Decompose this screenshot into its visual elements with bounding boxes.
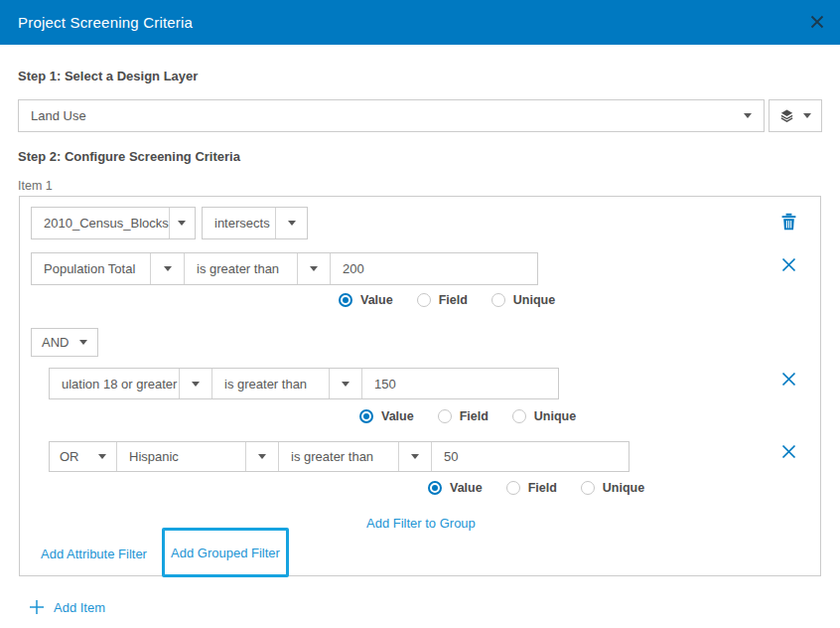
dialog-header: Project Screening Criteria	[0, 0, 840, 45]
filter2-row: ulation 18 or greater is greater than	[49, 368, 559, 399]
plus-icon	[29, 599, 45, 615]
radio-unique-label: Unique	[513, 293, 555, 307]
radio-field[interactable]	[438, 409, 452, 423]
filter2-field-caret[interactable]	[179, 369, 211, 398]
remove-filter3-button[interactable]	[781, 444, 796, 459]
item-1-label: Item 1	[18, 179, 53, 193]
filter3-logic-value: OR	[60, 449, 79, 464]
radio-value-label: Value	[381, 409, 414, 423]
filter3-mode-radios: Value Field Unique	[428, 481, 668, 495]
chevron-down-icon	[79, 340, 87, 345]
item-1-panel: 2010_Census_Blocks intersects Population…	[19, 196, 821, 576]
x-icon	[781, 260, 796, 275]
close-icon[interactable]	[809, 14, 825, 30]
add-attribute-filter-link[interactable]: Add Attribute Filter	[41, 547, 147, 561]
x-icon	[781, 447, 796, 462]
chevron-down-icon	[258, 454, 266, 459]
chevron-down-icon	[288, 221, 296, 226]
dialog-title: Project Screening Criteria	[18, 0, 193, 45]
filter3-logic-select[interactable]: OR	[50, 442, 116, 471]
radio-value-selected[interactable]	[359, 409, 373, 423]
radio-value-selected[interactable]	[428, 481, 442, 495]
radio-unique[interactable]	[491, 293, 505, 307]
filter1-operator-caret[interactable]	[297, 253, 330, 284]
radio-field[interactable]	[417, 293, 431, 307]
filter2-operator-select[interactable]: is greater than	[211, 369, 329, 398]
filter3-field-select[interactable]: Hispanic	[116, 442, 245, 471]
chevron-down-icon	[411, 454, 419, 459]
project-screening-criteria-dialog: Project Screening Criteria Step 1: Selec…	[0, 0, 840, 628]
chevron-down-icon	[164, 266, 172, 271]
layer-list-button[interactable]	[769, 99, 822, 132]
filter2-mode-radios: Value Field Unique	[359, 409, 600, 423]
radio-value-label: Value	[450, 481, 483, 495]
chevron-down-icon	[98, 454, 106, 459]
filter3-value-input[interactable]	[432, 449, 629, 464]
design-layer-select[interactable]: Land Use	[18, 99, 765, 132]
group-operator-select[interactable]: AND	[31, 328, 98, 357]
radio-unique-label: Unique	[534, 409, 576, 423]
filter1-operator-select[interactable]: is greater than	[184, 253, 297, 284]
spatial-relationship-value: intersects	[203, 208, 275, 238]
radio-unique[interactable]	[512, 409, 526, 423]
remove-filter1-button[interactable]	[781, 257, 796, 272]
chevron-down-icon	[178, 221, 186, 226]
filter3-row: OR Hispanic is greater than	[49, 441, 630, 472]
radio-field-label: Field	[460, 409, 489, 423]
radio-unique[interactable]	[581, 481, 595, 495]
layers-icon	[779, 108, 794, 123]
filter3-field-caret[interactable]	[245, 442, 278, 471]
delete-item-button[interactable]	[780, 213, 797, 231]
chevron-down-icon	[803, 113, 811, 118]
x-icon	[781, 375, 796, 390]
filter2-operator-caret[interactable]	[329, 369, 361, 398]
chevron-down-icon	[192, 382, 200, 387]
filter2-value-input[interactable]	[362, 377, 558, 392]
group-operator-value: AND	[42, 335, 69, 350]
target-layer-select[interactable]: 2010_Census_Blocks	[31, 207, 196, 239]
add-item-label: Add Item	[54, 600, 105, 615]
filter1-field-caret[interactable]	[150, 253, 184, 284]
filter1-mode-radios: Value Field Unique	[339, 293, 579, 307]
radio-value-label: Value	[360, 293, 393, 307]
radio-value-selected[interactable]	[339, 293, 352, 307]
filter2-field-select[interactable]: ulation 18 or greater	[50, 369, 179, 398]
add-grouped-filter-link[interactable]: Add Grouped Filter	[171, 546, 280, 560]
filter3-operator-caret[interactable]	[398, 442, 431, 471]
spatial-relationship-select[interactable]: intersects	[202, 207, 308, 239]
chevron-down-icon	[342, 382, 350, 387]
add-item-button[interactable]: Add Item	[29, 599, 105, 615]
add-grouped-filter-highlight: Add Grouped Filter	[162, 528, 289, 577]
design-layer-value: Land Use	[31, 108, 86, 123]
add-filter-to-group-link[interactable]: Add Filter to Group	[366, 516, 476, 531]
chevron-down-icon	[310, 266, 318, 271]
chevron-down-icon	[744, 113, 752, 118]
radio-field-label: Field	[528, 481, 557, 495]
remove-filter2-button[interactable]	[781, 372, 796, 387]
filter1-field-select[interactable]: Population Total	[32, 253, 150, 284]
step2-label: Step 2: Configure Screening Criteria	[18, 149, 240, 164]
radio-unique-label: Unique	[603, 481, 644, 495]
trash-icon	[780, 219, 797, 234]
radio-field-label: Field	[439, 293, 468, 307]
filter1-row: Population Total is greater than	[31, 252, 538, 285]
filter1-value-input[interactable]	[331, 261, 537, 276]
filter3-operator-select[interactable]: is greater than	[278, 442, 398, 471]
target-layer-value: 2010_Census_Blocks	[32, 208, 169, 238]
radio-field[interactable]	[506, 481, 520, 495]
step1-label: Step 1: Select a Design Layer	[18, 69, 198, 83]
